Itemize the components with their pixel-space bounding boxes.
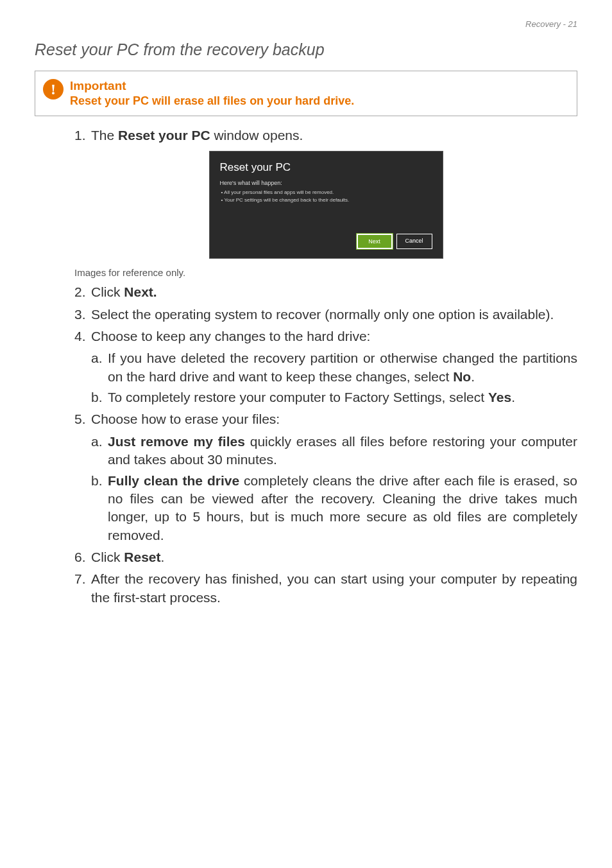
step-4a: a. If you have deleted the recovery part… xyxy=(91,349,577,386)
step-body: Choose how to erase your files: xyxy=(91,410,577,428)
substep-body: If you have deleted the recovery partiti… xyxy=(108,349,577,386)
bullet-1: • All your personal files and apps will … xyxy=(221,189,432,196)
dialog-bullets: • All your personal files and apps will … xyxy=(220,189,432,204)
step-4: 4. Choose to keep any changes to the har… xyxy=(74,327,577,345)
text: Click xyxy=(91,284,124,299)
bold-text: Reset xyxy=(124,550,160,564)
next-button[interactable]: Next xyxy=(357,234,393,249)
section-title: Reset your PC from the recovery backup xyxy=(35,40,577,59)
important-callout: ! Important Reset your PC will erase all… xyxy=(35,71,577,116)
text: . xyxy=(471,369,475,384)
step-num: 6. xyxy=(74,548,91,566)
step-num: 5. xyxy=(74,410,91,428)
step-body: After the recovery has finished, you can… xyxy=(91,570,577,607)
step-num: 4. xyxy=(74,327,91,345)
step-num: 3. xyxy=(74,306,91,324)
text: To completely restore your computer to F… xyxy=(108,390,488,404)
substep-body: To completely restore your computer to F… xyxy=(108,388,577,406)
dialog-subtitle: Here's what will happen: xyxy=(220,179,432,187)
substep-num: a. xyxy=(91,349,108,386)
step-5b: b. Fully clean the drive completely clea… xyxy=(91,472,577,544)
callout-content: Important Reset your PC will erase all f… xyxy=(70,79,569,108)
cancel-button[interactable]: Cancel xyxy=(396,234,432,249)
step-1: 1. The Reset your PC window opens. xyxy=(74,126,577,144)
step-5a: a. Just remove my files quickly erases a… xyxy=(91,433,577,469)
step-num: 1. xyxy=(74,126,91,144)
callout-title: Important xyxy=(70,79,569,93)
text: . xyxy=(161,550,165,564)
substep-body: Just remove my files quickly erases all … xyxy=(108,433,577,469)
bullet-2: • Your PC settings will be changed back … xyxy=(221,197,432,204)
step-5: 5. Choose how to erase your files: xyxy=(74,410,577,428)
dialog-buttons: Next Cancel xyxy=(220,234,432,249)
substep-body: Fully clean the drive completely cleans … xyxy=(108,472,577,544)
dialog-title: Reset your PC xyxy=(220,161,432,175)
step-body: The Reset your PC window opens. xyxy=(91,126,577,144)
step-body: Select the operating system to recover (… xyxy=(91,306,577,324)
bold-text: No xyxy=(453,369,471,384)
step-4b: b. To completely restore your computer t… xyxy=(91,388,577,406)
step-num: 7. xyxy=(74,570,91,607)
substep-num: b. xyxy=(91,472,108,544)
step-7: 7. After the recovery has finished, you … xyxy=(74,570,577,607)
dialog-screenshot: Reset your PC Here's what will happen: •… xyxy=(74,151,577,259)
substep-num: a. xyxy=(91,433,108,469)
step-body: Click Reset. xyxy=(91,548,577,566)
bold-text: Next. xyxy=(124,284,157,299)
substep-num: b. xyxy=(91,388,108,406)
text: Click xyxy=(91,550,124,564)
bold-text: Fully clean the drive xyxy=(108,473,239,488)
alert-icon: ! xyxy=(43,79,64,100)
step-2: 2. Click Next. xyxy=(74,283,577,301)
bold-text: Just remove my files xyxy=(108,434,245,449)
reset-pc-dialog: Reset your PC Here's what will happen: •… xyxy=(209,151,443,259)
image-caption: Images for reference only. xyxy=(74,266,577,279)
document-page: Recovery - 21 Reset your PC from the rec… xyxy=(0,0,612,649)
step-body: Click Next. xyxy=(91,283,577,301)
page-header: Recovery - 21 xyxy=(35,19,577,29)
bold-text: Yes xyxy=(488,390,511,404)
step-body: Choose to keep any changes to the hard d… xyxy=(91,327,577,345)
text: window opens. xyxy=(210,128,303,143)
step-3: 3. Select the operating system to recove… xyxy=(74,306,577,324)
step-6: 6. Click Reset. xyxy=(74,548,577,566)
bold-text: Reset your PC xyxy=(118,128,210,143)
text: . xyxy=(511,390,515,404)
step-num: 2. xyxy=(74,283,91,301)
text: If you have deleted the recovery partiti… xyxy=(108,351,577,383)
callout-text: Reset your PC will erase all files on yo… xyxy=(70,94,569,108)
steps-content: 1. The Reset your PC window opens. Reset… xyxy=(35,126,577,607)
text: The xyxy=(91,128,118,143)
